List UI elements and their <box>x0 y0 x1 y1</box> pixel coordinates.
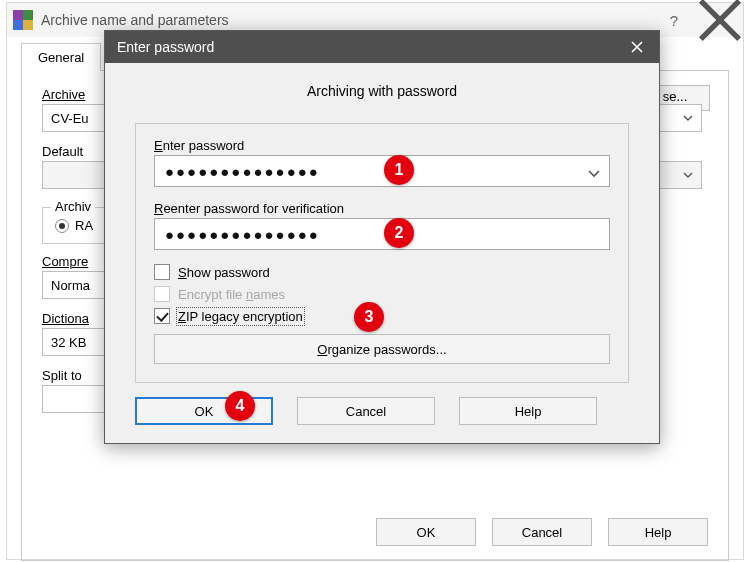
encrypt-names-row: Encrypt file names <box>154 286 610 302</box>
password-heading: Archiving with password <box>135 83 629 99</box>
password-titlebar: Enter password <box>105 31 659 63</box>
radio-icon <box>55 219 69 233</box>
zip-legacy-label: ZIP legacy encryption <box>178 309 303 324</box>
checkbox-icon <box>154 286 170 302</box>
enter-password-label: Enter password <box>154 138 610 153</box>
organize-passwords-label: Organize passwords... <box>317 342 446 357</box>
step-marker-4: 4 <box>225 391 255 421</box>
zip-legacy-row[interactable]: ZIP legacy encryption 3 <box>154 308 610 324</box>
archive-name-value: CV-Eu <box>51 111 89 126</box>
rar-radio-label: RA <box>75 218 93 233</box>
parent-cancel-button[interactable]: Cancel <box>492 518 592 546</box>
close-icon[interactable] <box>615 31 659 63</box>
tab-general[interactable]: General <box>21 43 101 71</box>
checkbox-icon <box>154 264 170 280</box>
close-icon[interactable] <box>697 3 743 37</box>
dictionary-value: 32 KB <box>51 335 86 350</box>
parent-title: Archive name and parameters <box>41 12 651 28</box>
chevron-down-icon <box>683 113 693 123</box>
archive-format-label: Archiv <box>51 199 95 214</box>
enter-password-input[interactable]: ●●●●●●●●●●●●●● <box>154 155 610 187</box>
help-button[interactable]: Help <box>459 397 597 425</box>
encrypt-names-label: Encrypt file names <box>178 287 285 302</box>
show-password-row[interactable]: Show password <box>154 264 610 280</box>
organize-passwords-button[interactable]: Organize passwords... <box>154 334 610 364</box>
cancel-button[interactable]: Cancel <box>297 397 435 425</box>
show-password-label: Show password <box>178 265 270 280</box>
password-group: Enter password ●●●●●●●●●●●●●● 1 Reenter … <box>135 123 629 383</box>
winrar-icon <box>13 10 33 30</box>
chevron-down-icon <box>683 170 693 180</box>
reenter-password-value: ●●●●●●●●●●●●●● <box>165 226 320 243</box>
step-marker-1: 1 <box>384 155 414 185</box>
chevron-down-icon[interactable] <box>588 166 600 178</box>
checkbox-checked-icon <box>154 308 170 324</box>
parent-ok-button[interactable]: OK <box>376 518 476 546</box>
step-marker-3: 3 <box>354 302 384 332</box>
password-title: Enter password <box>117 39 615 55</box>
parent-help-button[interactable]: Help <box>608 518 708 546</box>
password-dialog: Enter password Archiving with password E… <box>104 30 660 444</box>
step-marker-2: 2 <box>384 218 414 248</box>
reenter-password-input[interactable]: ●●●●●●●●●●●●●● <box>154 218 610 250</box>
enter-password-value: ●●●●●●●●●●●●●● <box>165 163 320 180</box>
reenter-password-label: Reenter password for verification <box>154 201 610 216</box>
compression-value: Norma <box>51 278 90 293</box>
